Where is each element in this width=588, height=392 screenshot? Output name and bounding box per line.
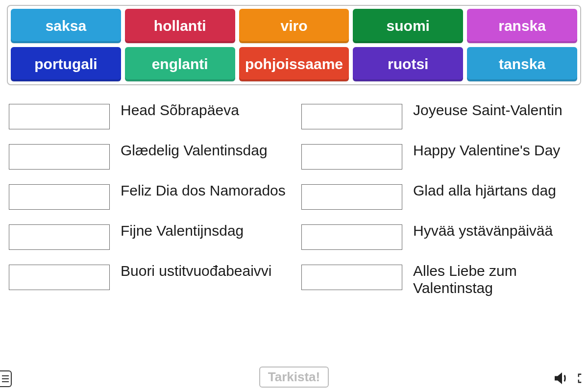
phrase-label: Feliz Dia dos Namorados — [121, 182, 286, 199]
dropzone[interactable] — [301, 265, 402, 290]
dropzone[interactable] — [301, 184, 402, 210]
tile-hollanti[interactable]: hollanti — [125, 9, 235, 43]
phrase-label: Glædelig Valentinsdag — [121, 142, 268, 159]
answer-row: Glædelig Valentinsdag — [9, 142, 287, 170]
phrase-label: Fijne Valentijnsdag — [121, 222, 244, 240]
tile-pohjoissaame[interactable]: pohjoissaame — [239, 47, 349, 81]
tile-tanska[interactable]: tanska — [467, 47, 577, 81]
answer-row: Hyvää ystävänpäivää — [301, 222, 579, 250]
check-button[interactable]: Tarkista! — [259, 367, 329, 388]
tile-englanti[interactable]: englanti — [125, 47, 235, 81]
phrase-label: Alles Liebe zum Valentinstag — [413, 263, 579, 296]
answer-row: Feliz Dia dos Namorados — [9, 182, 287, 210]
answers-grid: Head SõbrapäevaGlædelig ValentinsdagFeli… — [7, 102, 581, 296]
phrase-label: Buori ustitvuođabeaivvi — [121, 263, 272, 280]
phrase-label: Happy Valentine's Day — [413, 142, 560, 159]
answer-row: Head Sõbrapäeva — [9, 102, 287, 129]
tile-viro[interactable]: viro — [239, 9, 349, 43]
dropzone[interactable] — [301, 144, 402, 170]
menu-icon[interactable] — [0, 370, 12, 387]
fullscreen-icon[interactable] — [577, 369, 588, 387]
tile-ruotsi[interactable]: ruotsi — [353, 47, 463, 81]
phrase-label: Hyvää ystävänpäivää — [413, 222, 553, 240]
dropzone[interactable] — [9, 184, 110, 210]
dropzone[interactable] — [301, 104, 402, 129]
tile-portugali[interactable]: portugali — [11, 47, 121, 81]
dropzone[interactable] — [9, 144, 110, 170]
sound-icon[interactable] — [552, 369, 569, 387]
answer-row: Fijne Valentijnsdag — [9, 222, 287, 250]
answer-row: Joyeuse Saint-Valentin — [301, 102, 579, 129]
tile-saksa[interactable]: saksa — [11, 9, 121, 43]
tile-ranska[interactable]: ranska — [467, 9, 577, 43]
dropzone[interactable] — [9, 224, 110, 250]
answer-row: Buori ustitvuođabeaivvi — [9, 263, 287, 290]
answer-row: Glad alla hjärtans dag — [301, 182, 579, 210]
phrase-label: Joyeuse Saint-Valentin — [413, 102, 563, 119]
tile-suomi[interactable]: suomi — [353, 9, 463, 43]
answer-row: Happy Valentine's Day — [301, 142, 579, 170]
dropzone[interactable] — [9, 104, 110, 129]
tile-panel: saksahollantivirosuomiranskaportugalieng… — [7, 5, 581, 85]
dropzone[interactable] — [301, 224, 402, 250]
dropzone[interactable] — [9, 265, 110, 290]
answer-row: Alles Liebe zum Valentinstag — [301, 263, 579, 296]
phrase-label: Head Sõbrapäeva — [121, 102, 239, 119]
bottom-bar: Tarkista! — [0, 366, 588, 388]
phrase-label: Glad alla hjärtans dag — [413, 182, 556, 199]
